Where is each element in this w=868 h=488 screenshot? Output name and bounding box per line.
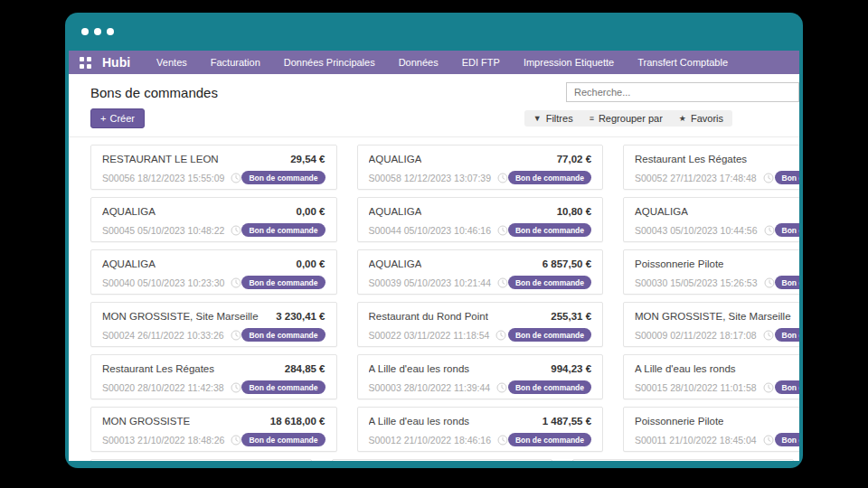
order-status-badge: Bon de commande xyxy=(241,223,325,237)
nav-item-edi-ftp[interactable]: EDI FTP xyxy=(450,51,512,74)
order-reference: S00013 21/10/2022 18:48:26 xyxy=(102,435,224,446)
order-reference: S00011 21/10/2022 18:45:04 xyxy=(635,435,757,446)
clock-icon[interactable] xyxy=(763,173,774,183)
order-card[interactable]: MON GROSSISTE, Site Marseille 3 230,41 €… xyxy=(90,302,337,347)
order-card[interactable]: MON GROSSISTE, Site Marseille 4 800,25 €… xyxy=(623,302,799,347)
order-card[interactable]: AQUALIGA 77,02 € S00058 12/12/2023 13:07… xyxy=(357,145,604,190)
clock-icon[interactable] xyxy=(764,225,775,236)
clock-icon[interactable] xyxy=(763,330,774,341)
order-customer: A Lille d'eau les ronds xyxy=(369,416,470,427)
order-card[interactable]: AQUALIGA 68,58 € S00043 05/10/2023 10:44… xyxy=(623,197,799,242)
order-customer: RESTAURANT LE LEON xyxy=(102,154,219,164)
clock-icon[interactable] xyxy=(763,382,774,393)
clock-icon[interactable] xyxy=(497,277,508,288)
window-control-dot[interactable] xyxy=(81,28,89,35)
order-card[interactable]: AQUALIGA 10,80 € S00044 05/10/2023 10:46… xyxy=(357,197,604,242)
order-status-badge: Bon de commande xyxy=(775,223,800,237)
nav-item-impression-etiquette[interactable]: Impression Etiquette xyxy=(512,51,626,74)
order-card-partial[interactable] xyxy=(90,459,312,461)
order-amount: 0,00 € xyxy=(297,258,326,269)
order-reference: S00020 28/10/2022 11:42:38 xyxy=(102,382,224,393)
page-title: Bons de commandes xyxy=(90,82,218,100)
clock-icon[interactable] xyxy=(763,435,774,446)
order-card[interactable]: AQUALIGA 0,00 € S00045 05/10/2023 10:48:… xyxy=(90,197,337,242)
order-card[interactable]: Restaurant du Rond Point 255,31 € S00022… xyxy=(357,302,604,347)
nav-item-donnees-principales[interactable]: Données Principales xyxy=(272,51,387,74)
order-reference: S00043 05/10/2023 10:44:56 xyxy=(635,225,757,236)
order-reference: S00045 05/10/2023 10:48:22 xyxy=(102,225,224,236)
order-card[interactable]: RESTAURANT LE LEON 29,54 € S00056 18/12/… xyxy=(90,145,337,190)
order-card[interactable]: AQUALIGA 0,00 € S00040 05/10/2023 10:23:… xyxy=(90,249,337,295)
order-customer: A Lille d'eau les ronds xyxy=(635,363,736,374)
clock-icon[interactable] xyxy=(495,330,506,341)
order-status-badge: Bon de commande xyxy=(775,433,800,446)
order-amount: 18 618,00 € xyxy=(270,416,326,427)
order-reference: S00040 05/10/2023 10:23:30 xyxy=(102,277,224,288)
order-status-badge: Bon de commande xyxy=(241,171,325,184)
filters-button[interactable]: ▼ Filtres xyxy=(533,113,573,124)
order-reference: S00052 27/11/2023 17:48:48 xyxy=(635,173,757,183)
order-card[interactable]: A Lille d'eau les ronds 1 487,55 € S0001… xyxy=(357,407,604,452)
kanban-view: RESTAURANT LE LEON 29,54 € S00056 18/12/… xyxy=(69,137,799,461)
order-card[interactable]: A Lille d'eau les ronds 994,23 € S00003 … xyxy=(357,354,604,399)
order-amount: 77,02 € xyxy=(557,154,591,164)
clock-icon[interactable] xyxy=(231,277,241,288)
order-card-partial[interactable] xyxy=(572,459,794,461)
order-amount: 255,31 € xyxy=(551,311,591,322)
window-control-dot[interactable] xyxy=(94,28,101,35)
order-customer: Restaurant du Rond Point xyxy=(369,311,488,322)
clock-icon[interactable] xyxy=(497,173,508,183)
order-customer: MON GROSSISTE, Site Marseille xyxy=(635,311,791,322)
order-status-badge: Bon de commande xyxy=(508,328,591,342)
clock-icon[interactable] xyxy=(231,435,241,446)
order-reference: S00058 12/12/2023 13:07:39 xyxy=(369,173,491,183)
order-card[interactable]: AQUALIGA 6 857,50 € S00039 05/10/2023 10… xyxy=(357,249,604,295)
clock-icon[interactable] xyxy=(496,382,507,393)
order-card[interactable]: Poissonnerie Pilote 516,95 € S00030 15/0… xyxy=(623,249,799,295)
clock-icon[interactable] xyxy=(497,435,508,446)
clock-icon[interactable] xyxy=(764,277,775,288)
order-status-badge: Bon de commande xyxy=(775,380,800,394)
order-card[interactable]: A Lille d'eau les ronds 525,39 € S00015 … xyxy=(623,354,799,399)
clock-icon[interactable] xyxy=(231,173,241,183)
order-customer: Poissonnerie Pilote xyxy=(635,258,723,269)
window-control-dot[interactable] xyxy=(107,28,114,35)
favorites-button[interactable]: ★ Favoris xyxy=(679,113,723,124)
nav-item-donnees[interactable]: Données xyxy=(387,51,450,74)
order-reference: S00012 21/10/2022 18:46:16 xyxy=(369,435,491,446)
app-surface: Hubi Ventes Facturation Données Principa… xyxy=(69,51,799,461)
order-customer: AQUALIGA xyxy=(369,206,422,217)
order-status-badge: Bon de commande xyxy=(241,276,325,289)
main-navbar: Hubi Ventes Facturation Données Principa… xyxy=(69,51,799,74)
nav-item-ventes[interactable]: Ventes xyxy=(145,51,199,74)
order-status-badge: Bon de commande xyxy=(775,328,800,342)
filter-icon: ▼ xyxy=(533,114,542,123)
search-options-bar: ▼ Filtres ≡ Regrouper par ★ Favoris xyxy=(524,110,732,127)
create-button[interactable]: + Créer xyxy=(90,108,145,128)
order-reference: S00056 18/12/2023 15:55:09 xyxy=(102,173,224,183)
order-customer: MON GROSSISTE xyxy=(102,416,190,427)
clock-icon[interactable] xyxy=(231,382,241,393)
order-card[interactable]: MON GROSSISTE 18 618,00 € S00013 21/10/2… xyxy=(90,407,337,452)
order-card-grid: RESTAURANT LE LEON 29,54 € S00056 18/12/… xyxy=(90,145,794,452)
order-card[interactable]: Restaurant Les Régates 284,85 € S00020 2… xyxy=(90,354,337,399)
order-card-partial[interactable] xyxy=(332,459,553,461)
clock-icon[interactable] xyxy=(497,225,508,236)
app-window: Hubi Ventes Facturation Données Principa… xyxy=(65,13,803,468)
nav-item-transfert-comptable[interactable]: Transfert Comptable xyxy=(626,51,740,74)
nav-item-facturation[interactable]: Facturation xyxy=(199,51,272,74)
order-reference: S00022 03/11/2022 11:18:54 xyxy=(369,330,490,341)
order-card[interactable]: Restaurant Les Régates 284,85 € S00052 2… xyxy=(623,145,799,190)
clock-icon[interactable] xyxy=(231,225,241,236)
order-card[interactable]: Poissonnerie Pilote 4 364,38 € S00011 21… xyxy=(623,407,799,452)
order-customer: A Lille d'eau les ronds xyxy=(369,363,470,374)
apps-grid-icon[interactable] xyxy=(80,57,91,69)
order-reference: S00044 05/10/2023 10:46:16 xyxy=(369,225,491,236)
group-by-button[interactable]: ≡ Regrouper par xyxy=(590,113,663,124)
order-customer: Poissonnerie Pilote xyxy=(635,416,723,427)
brand-logo[interactable]: Hubi xyxy=(102,55,130,70)
clock-icon[interactable] xyxy=(231,330,241,341)
order-amount: 1 487,55 € xyxy=(542,416,591,427)
search-input[interactable] xyxy=(566,82,799,102)
plus-icon: + xyxy=(100,113,106,124)
